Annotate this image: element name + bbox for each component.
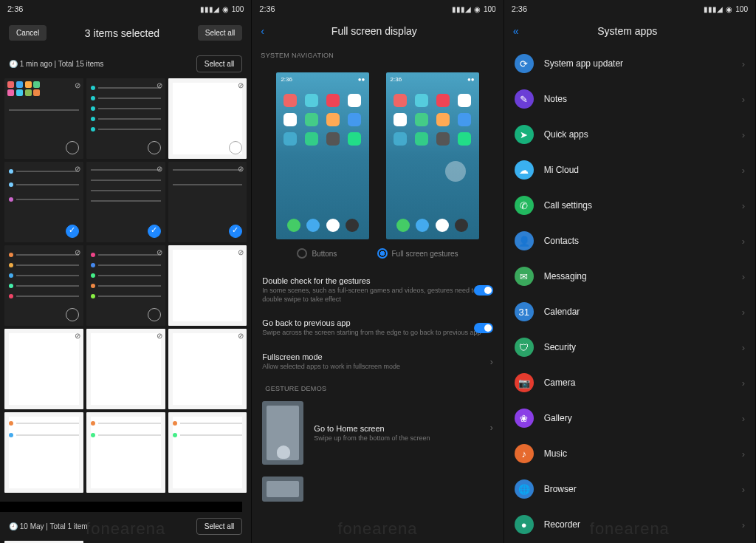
- setting-double-check-gestures[interactable]: Double check for the gestures In some sc…: [252, 269, 503, 311]
- preview-buttons[interactable]: 2:36●●: [276, 72, 369, 239]
- app-icon: 🌐: [515, 479, 534, 499]
- screenshot-thumb[interactable]: ⊘: [168, 245, 247, 326]
- app-item-messaging[interactable]: ✉Messaging›: [504, 259, 755, 294]
- app-label: System app updater: [544, 58, 623, 69]
- radio-buttons-option[interactable]: Buttons: [297, 248, 337, 259]
- phone-gallery-select: 2:36 ▮▮▮◢ ◉ 100 Cancel 3 items selected …: [0, 0, 252, 543]
- radio-gestures-option[interactable]: Full screen gestures: [377, 248, 458, 259]
- status-icons: ▮▮▮◢ ◉ 100: [704, 5, 748, 13]
- chevron-right-icon: ›: [742, 58, 745, 69]
- screenshot-thumb[interactable]: ⊘: [4, 245, 83, 326]
- app-item-gallery[interactable]: ❀Gallery›: [504, 400, 755, 436]
- preview-gestures[interactable]: 2:36●●: [386, 72, 479, 239]
- chevron-right-icon: ›: [742, 200, 745, 211]
- signal-icon: ▮▮▮◢: [452, 5, 471, 13]
- chevron-right-icon: ›: [742, 94, 745, 105]
- check-circle-selected[interactable]: [148, 225, 161, 238]
- screenshot-thumb[interactable]: [4, 412, 83, 493]
- demo-thumb-icon: [262, 401, 303, 465]
- battery-icon: 100: [232, 5, 244, 13]
- radio-icon: [377, 248, 388, 259]
- app-item-recorder[interactable]: ●Recorder›: [504, 507, 755, 542]
- screenshot-thumb[interactable]: [86, 412, 165, 493]
- check-circle[interactable]: [66, 308, 79, 321]
- chevron-right-icon: ›: [490, 423, 493, 433]
- app-item-camera[interactable]: 📷Camera›: [504, 365, 755, 400]
- toggle-on-icon[interactable]: [474, 323, 493, 333]
- demo-go-home[interactable]: Go to Home screen Swipe up from the bott…: [252, 395, 503, 471]
- page-title: Full screen display: [331, 25, 417, 37]
- chevron-right-icon: ›: [742, 342, 745, 353]
- screenshot-thumb[interactable]: ⊘: [4, 162, 83, 242]
- system-apps-list[interactable]: ⟳System app updater›✎Notes›➤Quick apps›☁…: [504, 46, 755, 543]
- app-item-security[interactable]: 🛡Security›: [504, 329, 755, 365]
- cloud-off-icon: ⊘: [238, 332, 244, 340]
- app-icon: 🛡: [515, 338, 534, 357]
- app-item-mi-cloud[interactable]: ☁Mi Cloud›: [504, 152, 755, 188]
- battery-icon: 100: [735, 5, 748, 13]
- selection-count: 3 items selected: [85, 27, 159, 39]
- screenshot-thumb[interactable]: ⊘: [168, 162, 247, 242]
- app-icon: ✆: [515, 196, 534, 215]
- app-item-system-app-updater[interactable]: ⟳System app updater›: [504, 46, 755, 81]
- check-circle[interactable]: [148, 308, 161, 321]
- status-time: 2:36: [259, 4, 275, 13]
- screenshot-thumb[interactable]: ⊘: [4, 78, 83, 159]
- app-label: Browser: [544, 484, 577, 494]
- chevron-right-icon: ›: [742, 484, 745, 495]
- cancel-button[interactable]: Cancel: [9, 25, 47, 41]
- status-time: 2:36: [7, 4, 23, 13]
- app-icon: ☁: [515, 160, 534, 180]
- app-item-music[interactable]: ♪Music›: [504, 436, 755, 471]
- group-select-all-button[interactable]: Select all: [196, 55, 243, 72]
- cloud-off-icon: ⊘: [157, 248, 162, 256]
- selection-titlebar: Cancel 3 items selected Select all: [0, 16, 251, 49]
- group-header: 🕘 10 May | Total 1 item Select all: [0, 512, 251, 541]
- app-icon: ●: [515, 515, 534, 534]
- status-icons: ▮▮▮◢ ◉ 100: [200, 5, 244, 13]
- app-item-browser[interactable]: 🌐Browser›: [504, 471, 755, 507]
- app-item-notes[interactable]: ✎Notes›: [504, 81, 755, 117]
- screenshot-thumb[interactable]: ⊘: [86, 162, 165, 242]
- check-circle[interactable]: [148, 141, 161, 154]
- demo-item-partial[interactable]: [252, 471, 503, 502]
- check-circle-selected[interactable]: [229, 225, 242, 238]
- screenshot-thumb[interactable]: ⊘: [168, 329, 247, 409]
- app-label: Notes: [544, 94, 567, 104]
- nav-preview-row: 2:36●● 2:36●●: [252, 62, 503, 245]
- toggle-on-icon[interactable]: [474, 285, 493, 296]
- app-item-contacts[interactable]: 👤Contacts›: [504, 223, 755, 259]
- nav-radio-row: Buttons Full screen gestures: [252, 245, 503, 269]
- app-label: Security: [544, 342, 576, 352]
- app-icon: ❀: [515, 409, 534, 428]
- app-label: Calendar: [544, 307, 580, 317]
- check-circle[interactable]: [66, 141, 79, 154]
- screenshot-thumb[interactable]: ⊘: [4, 329, 83, 409]
- setting-fullscreen-mode[interactable]: Fullscreen mode Allow selected apps to w…: [252, 345, 503, 379]
- app-icon: ✉: [515, 267, 534, 286]
- screenshot-thumb[interactable]: ⊘: [86, 78, 165, 159]
- chevron-right-icon: ›: [742, 165, 745, 176]
- check-circle-selected[interactable]: [66, 225, 79, 238]
- phone-system-apps: 2:36 ▮▮▮◢ ◉ 100 « System apps ⟳System ap…: [504, 0, 756, 543]
- app-item-calendar[interactable]: 31Calendar›: [504, 294, 755, 329]
- status-bar: 2:36 ▮▮▮◢ ◉ 100: [252, 0, 503, 16]
- screenshot-thumb[interactable]: ⊘: [86, 245, 165, 326]
- cloud-off-icon: ⊘: [238, 81, 244, 89]
- screenshot-thumb[interactable]: ⊘: [86, 329, 165, 409]
- setting-go-back-previous-app[interactable]: Go back to previous app Swipe across the…: [252, 311, 503, 345]
- app-icon: 31: [515, 302, 534, 321]
- screenshot-thumb[interactable]: [168, 412, 247, 493]
- back-button[interactable]: «: [513, 25, 519, 37]
- select-all-button[interactable]: Select all: [198, 25, 243, 41]
- group-select-all-button[interactable]: Select all: [196, 518, 243, 535]
- back-button[interactable]: ‹: [261, 25, 264, 37]
- phone-fullscreen-display: 2:36 ▮▮▮◢ ◉ 100 ‹ Full screen display SY…: [252, 0, 504, 543]
- screenshot-thumb[interactable]: ⊘: [168, 78, 247, 159]
- chevron-right-icon: ›: [742, 271, 745, 282]
- cloud-off-icon: ⊘: [75, 248, 80, 256]
- chevron-right-icon: ›: [490, 357, 493, 367]
- app-item-quick-apps[interactable]: ➤Quick apps›: [504, 117, 755, 152]
- gallery-scroll[interactable]: 🕘 1 min ago | Total 15 items Select all …: [0, 49, 251, 543]
- app-item-call-settings[interactable]: ✆Call settings›: [504, 188, 755, 223]
